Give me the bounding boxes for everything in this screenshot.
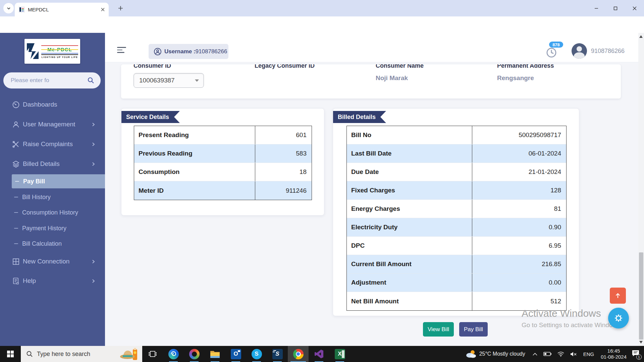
avatar[interactable]: [572, 43, 587, 59]
task-view-icon: [149, 350, 157, 358]
scrollbar[interactable]: [638, 33, 644, 346]
table-row: Last Bill Date06-01-2024: [347, 144, 566, 163]
sidebar-item-label: Billed Details: [23, 160, 60, 168]
layers-icon: [12, 160, 20, 168]
scrollbar-up-arrow[interactable]: [639, 35, 643, 38]
system-tray: 25°C Mostly cloudy ENG 16:45 01-08-2024 …: [465, 346, 644, 362]
sidebar-item-bill-history[interactable]: Bill History: [0, 190, 105, 204]
sidebar-subitem-label: Pay Bill: [23, 178, 45, 185]
skype-letter: S: [255, 351, 258, 357]
window-minimize-button[interactable]: [587, 0, 606, 16]
hamburger-menu-icon[interactable]: [117, 47, 126, 53]
scroll-to-top-button[interactable]: [610, 288, 626, 304]
user-icon: [12, 121, 20, 128]
browser-tab-strip: MEPDCL: [0, 0, 644, 16]
tray-chevron-up-icon[interactable]: [533, 353, 537, 356]
taskbar-visual-studio-icon[interactable]: [309, 346, 329, 362]
tab-close-icon[interactable]: [101, 8, 105, 11]
view-bill-button[interactable]: View Bill: [423, 322, 454, 337]
volume-muted-icon[interactable]: [570, 352, 577, 357]
consumer-info-card: Consumer ID Legacy Consumer ID Consumer …: [121, 64, 621, 99]
edge-icon: [168, 349, 179, 359]
taskbar: O S S X 25°C Mostly cloudy ENG 16:45 01-…: [0, 346, 644, 362]
billed-details-table: Bill No500295098717 Last Bill Date06-01-…: [346, 126, 567, 311]
taskbar-file-explorer-icon[interactable]: [205, 346, 225, 362]
folder-icon: [210, 350, 220, 358]
sidebar-search-input[interactable]: [11, 77, 81, 84]
logo-line-red: [41, 45, 78, 46]
wifi-icon[interactable]: [557, 352, 564, 357]
sidebar-subitem-label: Consumption History: [22, 209, 78, 216]
taskbar-weather[interactable]: 25°C Mostly cloudy: [465, 350, 525, 358]
pay-bill-button[interactable]: Pay Bill: [459, 322, 488, 337]
logo-tagline: LIGHTING UP YOUR LIFE: [41, 56, 78, 58]
windows-icon: [7, 351, 14, 357]
dash-bullet: [14, 228, 18, 229]
start-button[interactable]: [0, 346, 21, 362]
sidebar-item-consumption-history[interactable]: Consumption History: [0, 205, 105, 220]
taskbar-search[interactable]: [21, 346, 142, 362]
battery-icon[interactable]: [543, 352, 551, 356]
taskbar-search-input[interactable]: [37, 351, 107, 358]
sidebar-item-pay-bill[interactable]: Pay Bill: [12, 174, 105, 188]
sidebar-item-billed-details[interactable]: Billed Details: [0, 157, 105, 171]
logo-line-black: [41, 54, 78, 55]
sidebar-item-bill-calculation[interactable]: Bill Calculation: [0, 237, 105, 251]
permanent-address-label: Permanent Address: [497, 64, 554, 69]
chevron-right-icon: [91, 162, 96, 166]
taskbar-excel-icon[interactable]: X: [329, 346, 350, 362]
site-favicon: [19, 7, 24, 12]
table-row: Consumption18: [134, 163, 312, 181]
sidebar-subitem-label: Payment History: [22, 225, 66, 232]
browser-tab[interactable]: MEPDCL: [15, 3, 109, 16]
sidebar-item-label: Raise Complaints: [23, 140, 73, 148]
notification-badge: 878: [549, 42, 563, 48]
sidebar: Me-PDCL LIGHTING UP YOUR LIFE Dashboards…: [0, 33, 105, 346]
consumer-id-selected-value: 1000639387: [139, 77, 195, 84]
tab-search-button[interactable]: [3, 3, 14, 13]
sidebar-item-new-connection[interactable]: New Connection: [0, 254, 105, 269]
chrome-icon: [293, 349, 304, 359]
taskbar-skype-icon[interactable]: S: [246, 346, 267, 362]
arrow-up-icon: [614, 292, 621, 299]
app-logo: Me-PDCL LIGHTING UP YOUR LIFE: [24, 39, 80, 64]
sidebar-item-help[interactable]: Help: [0, 274, 105, 288]
consumer-id-select[interactable]: 1000639387: [133, 73, 204, 88]
service-details-table: Present Reading601 Previous Reading583 C…: [134, 126, 312, 200]
taskbar-ssms-icon[interactable]: S: [267, 346, 288, 362]
billed-details-card: Billed Details Bill No500295098717 Last …: [333, 108, 579, 316]
window-maximize-button[interactable]: [606, 0, 625, 16]
sidebar-search[interactable]: [3, 72, 101, 88]
taskbar-outlook-icon[interactable]: O: [225, 346, 246, 362]
table-row: Energy Charges81: [347, 200, 566, 218]
gear-icon: [613, 313, 624, 323]
taskbar-chrome-icon[interactable]: [288, 346, 309, 362]
table-row: DPC6.95: [347, 237, 566, 255]
table-row: Electricity Duty0.90: [347, 218, 566, 237]
scrollbar-thumb[interactable]: [639, 252, 643, 340]
sidebar-item-raise-complaints[interactable]: Raise Complaints: [0, 137, 105, 152]
taskbar-task-view-button[interactable]: [142, 346, 163, 362]
window-close-button[interactable]: [625, 0, 644, 16]
sidebar-item-payment-history[interactable]: Payment History: [0, 221, 105, 235]
action-center-button[interactable]: 1: [632, 350, 639, 358]
search-icon[interactable]: [87, 77, 95, 84]
scrollbar-down-arrow[interactable]: [639, 341, 643, 344]
taskbar-clock[interactable]: 16:45 01-08-2024: [601, 348, 627, 360]
taskbar-edge-icon[interactable]: [163, 346, 184, 362]
ssms-letter: S: [275, 351, 279, 357]
sidebar-item-label: Dashboards: [23, 101, 57, 108]
new-tab-icon[interactable]: [118, 6, 123, 11]
sidebar-item-user-management[interactable]: User Management: [0, 117, 105, 132]
search-decoration-hat-icon: [119, 347, 140, 362]
weather-desc: Mostly cloudy: [493, 351, 525, 357]
table-row: Adjustment0.00: [347, 274, 566, 292]
tools-icon: [12, 140, 20, 148]
sidebar-item-dashboards[interactable]: Dashboards: [0, 97, 105, 112]
table-row: Present Reading601: [134, 126, 312, 144]
settings-fab-button[interactable]: [608, 308, 629, 328]
taskbar-navicat-icon[interactable]: [184, 346, 205, 362]
account-number: 9108786266: [591, 48, 625, 55]
language-indicator[interactable]: ENG: [583, 351, 594, 357]
notification-clock-icon[interactable]: [545, 46, 557, 58]
